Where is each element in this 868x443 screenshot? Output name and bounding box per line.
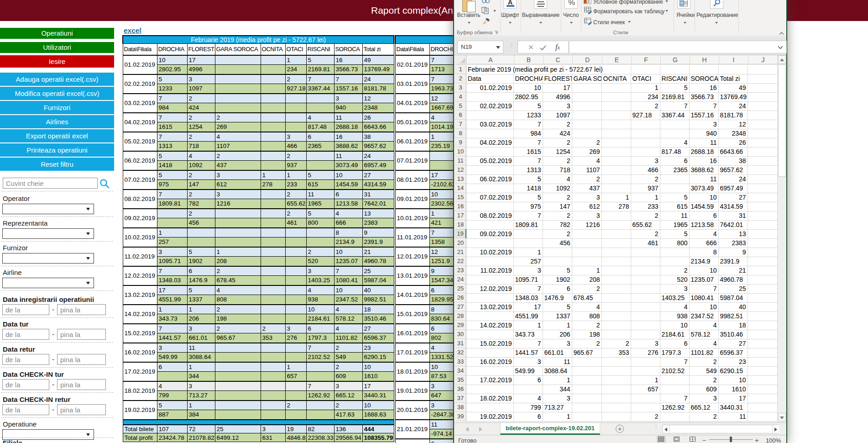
svg-text:≠: ≠ bbox=[588, 0, 590, 4]
